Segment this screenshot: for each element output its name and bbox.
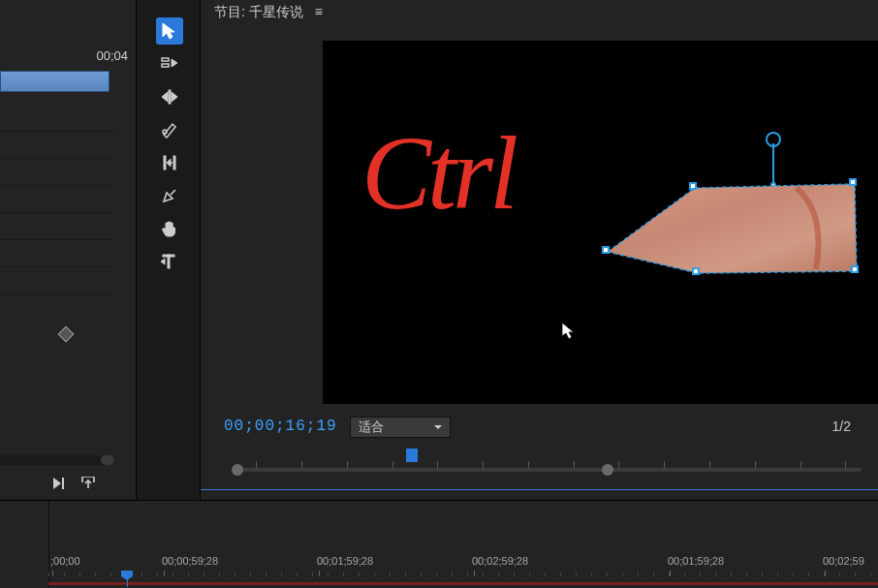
ruler-label: 00;01;59;28 [317,555,373,567]
svg-rect-17 [163,255,174,257]
hand-tool[interactable] [156,215,183,242]
corner-handle[interactable] [692,267,700,275]
corner-handle[interactable] [851,265,859,273]
panel-footer-icons [53,477,96,493]
svg-rect-1 [62,478,64,489]
svg-rect-7 [169,90,171,104]
ruler-label: 00;01;59;28 [668,555,724,567]
track-row[interactable] [0,161,114,186]
type-tool[interactable] [156,248,183,275]
corner-handle[interactable] [849,178,857,186]
selection-bounding-box[interactable] [603,174,864,281]
track-row[interactable] [0,242,114,267]
scrub-playhead[interactable] [406,449,418,462]
zoom-fit-dropdown[interactable]: 适合 [350,417,451,438]
program-title-prefix: 节目: [214,4,249,19]
mouse-cursor-icon [561,322,575,341]
keyframe-diamond-icon[interactable] [58,326,75,343]
handwriting-annotation: Ctrl [361,113,515,233]
scrub-range-start[interactable] [232,464,243,476]
pen-tool[interactable] [156,182,183,209]
corner-handle[interactable] [602,246,610,254]
track-select-tool[interactable] [156,50,183,77]
timeline-playhead-head[interactable] [121,571,133,580]
svg-marker-0 [53,478,61,489]
program-scrubber[interactable] [224,450,871,480]
ruler-label: 00;02;59 [823,555,864,567]
selected-clip-transform[interactable] [603,174,864,281]
ripple-edit-tool[interactable] [156,83,183,110]
program-monitor[interactable]: Ctrl [323,41,878,404]
svg-rect-10 [164,156,166,170]
tool-strip [146,10,193,494]
track-row[interactable] [0,269,114,294]
panel-active-underline [201,489,878,490]
corner-handle[interactable] [689,182,697,190]
svg-marker-18 [161,259,165,264]
program-timecode[interactable]: 00;00;16;19 [224,418,337,435]
panel-menu-icon[interactable]: ≡ [315,9,323,15]
program-panel: 节目: 千星传说 ≡ Ctrl [200,0,878,499]
clip-bar[interactable] [0,71,110,92]
slip-tool[interactable] [156,149,183,176]
track-row[interactable] [0,134,114,159]
svg-rect-4 [162,64,169,67]
svg-rect-11 [173,156,175,170]
svg-rect-3 [162,58,169,61]
mini-scrollbar[interactable] [0,455,114,465]
mini-scroll-thumb[interactable] [101,455,114,465]
timeline-panel: ;00;0000;00;59;2800;01;59;2800;02;59;280… [0,500,878,588]
svg-marker-5 [172,59,177,67]
scrub-track[interactable] [234,468,862,472]
zoom-fraction[interactable]: 1/2 [832,418,851,434]
svg-marker-22 [562,323,574,339]
program-sequence-name: 千星传说 [249,4,303,19]
svg-marker-6 [162,92,168,102]
track-row[interactable] [0,188,114,213]
play-only-icon[interactable] [53,477,71,493]
svg-marker-15 [167,160,170,166]
ruler-label: 00;02;59;28 [472,555,528,567]
zoom-fit-label: 适合 [359,419,384,434]
svg-marker-8 [172,92,177,102]
work-area-bar[interactable] [48,582,878,585]
time-ruler[interactable]: ;00;0000;00;59;2800;01;59;2800;02;59;280… [48,555,878,574]
scrub-range-end[interactable] [602,464,613,476]
program-title[interactable]: 节目: 千星传说 ≡ [214,4,323,21]
razor-tool[interactable] [156,116,183,143]
svg-marker-2 [163,23,174,39]
ruler-label: ;00;00 [50,555,80,567]
mini-timecode: 00;04 [96,48,128,63]
selection-tool[interactable] [156,17,183,45]
svg-point-9 [163,130,167,134]
ruler-label: 00;00;59;28 [162,555,218,567]
track-row[interactable] [0,215,114,240]
export-icon[interactable] [80,477,96,493]
track-row[interactable] [0,107,114,132]
effects-panel: 00;04 [0,0,137,499]
